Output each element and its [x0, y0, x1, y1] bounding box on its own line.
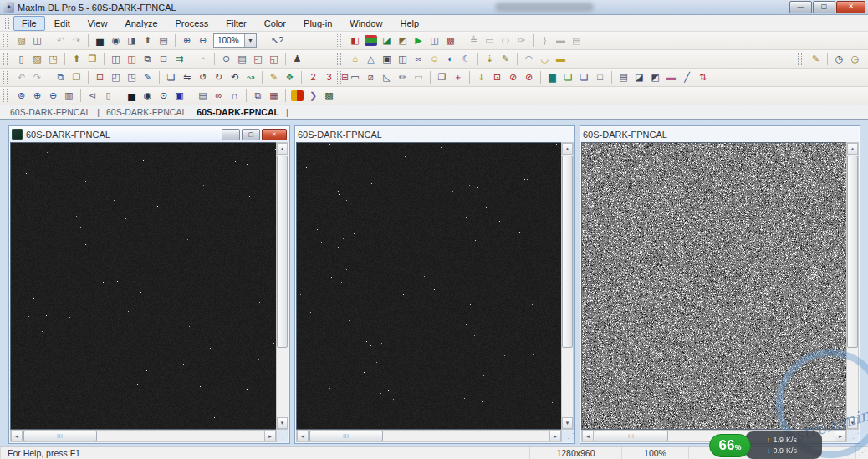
save-all-icon[interactable]: ⧉ [140, 52, 155, 66]
clipboard-info-icon[interactable]: ❐ [435, 70, 449, 84]
document-tab-1[interactable]: 60S-DARK-FPNCAL [5, 107, 95, 117]
rotate-180-icon[interactable]: ⟲ [227, 70, 242, 84]
edit-annotate-icon[interactable]: ✎ [140, 70, 155, 84]
remove-gradient-icon[interactable]: ◩ [648, 70, 662, 84]
copy-icon[interactable]: ⧉ [54, 70, 68, 84]
network-speed-widget[interactable]: ↑ 1.9 K/s ↓ 0.9 K/s [745, 431, 822, 459]
image-window-2-titlebar[interactable]: 60S-DARK-FPNCAL [295, 126, 574, 142]
context-help-icon[interactable]: ↖? [270, 33, 284, 48]
filter-wheel-icon[interactable]: ◫ [396, 52, 410, 66]
app-titlebar[interactable]: ✦ MaxIm DL Pro 5 - 60S-DARK-FPNCAL — ▢ ✕ [0, 0, 868, 15]
flatten-bg-icon[interactable]: ◪ [632, 70, 646, 84]
horizontal-scroll-thumb[interactable]: ||| [23, 431, 97, 441]
observatory-dome-icon[interactable]: ⌂ [348, 52, 362, 66]
menu-file[interactable]: File [13, 16, 45, 31]
double-size-icon[interactable]: 2 [306, 70, 320, 84]
open-recent-icon[interactable]: ◳ [46, 52, 60, 66]
histogram-icon[interactable]: ▅ [93, 33, 107, 48]
save-image-icon[interactable]: ◫ [30, 33, 44, 48]
blue-panel-icon[interactable]: ▣ [172, 89, 186, 103]
toolbar-grip[interactable] [798, 53, 802, 65]
full-screen-icon[interactable]: ▥ [62, 89, 76, 103]
rotate-ccw-icon[interactable]: ↺ [196, 70, 210, 84]
stretch-target-icon[interactable]: ◉ [140, 89, 155, 103]
paste-icon[interactable]: ❐ [69, 70, 84, 84]
vertical-scroll-thumb[interactable] [847, 156, 858, 348]
pencil-icon[interactable]: ✎ [267, 70, 281, 84]
toolbar-grip[interactable] [3, 53, 8, 65]
color-balls-icon[interactable]: ❖ [283, 70, 297, 84]
no-pixel-icon[interactable]: ⊘ [522, 70, 536, 84]
document-tab-3[interactable]: 60S-DARK-FPNCAL [191, 107, 284, 117]
scroll-left-icon[interactable]: ◄ [297, 431, 309, 441]
maximize-button[interactable]: ▢ [813, 1, 835, 13]
speed-percent-badge[interactable]: 66 % [709, 434, 751, 457]
angle-measure-icon[interactable]: ◺ [380, 70, 394, 84]
new-file-icon[interactable]: ▯ [14, 52, 28, 66]
flat-panel-icon[interactable]: ▬ [554, 52, 568, 66]
toolbar-grip[interactable] [337, 34, 341, 47]
smiley-icon[interactable]: ☺ [427, 52, 442, 66]
paste-into-icon[interactable]: ❐ [85, 52, 100, 66]
combine-color-icon[interactable]: ◧ [348, 33, 362, 48]
scroll-down-icon[interactable]: ▼ [277, 417, 288, 429]
menu-plug-in[interactable]: Plug-in [295, 16, 340, 31]
zoom-window-icon[interactable]: ⊙ [156, 89, 171, 103]
zoom-out-icon[interactable]: ⊖ [196, 33, 210, 48]
horizontal-scroll-thumb[interactable]: ||| [595, 431, 668, 441]
save-protect-icon[interactable]: ⊡ [156, 52, 171, 66]
image-window-2[interactable]: 60S-DARK-FPNCAL ▲ ▼ ◄ ||| ► ⋰ [294, 125, 575, 444]
no-kernel-icon[interactable]: ⊘ [506, 70, 520, 84]
zoom-in-icon[interactable]: ⊕ [180, 33, 194, 48]
child-minimize-button[interactable]: — [222, 129, 240, 140]
vertical-scroll-thumb[interactable] [562, 156, 573, 348]
ruler-icon[interactable]: ▭ [348, 70, 362, 84]
folder-up-icon[interactable]: ⬆ [69, 52, 84, 66]
blink-compare-icon[interactable]: ∞ [212, 89, 226, 103]
vertical-scrollbar[interactable]: ▲ ▼ [276, 142, 288, 430]
save-file-icon[interactable]: ◫ [109, 52, 123, 66]
planet-icon[interactable]: ◐ [443, 52, 457, 66]
chevron-down-icon[interactable]: ▼ [244, 34, 256, 47]
toolbar-grip[interactable] [3, 89, 8, 102]
screen-stretch-icon[interactable]: ◉ [109, 33, 123, 48]
clip-note-icon[interactable]: ▯ [101, 89, 115, 103]
select-pointer-icon[interactable]: ❯ [306, 89, 320, 103]
menu-help[interactable]: Help [391, 16, 427, 31]
exit-app-icon[interactable]: ♟ [290, 52, 304, 66]
save-modified-icon[interactable]: ◫ [125, 52, 139, 66]
batch-color-icon[interactable]: ◫ [427, 33, 442, 48]
print-icon[interactable]: ▤ [235, 52, 249, 66]
dock-panel-icon[interactable]: ⧉ [251, 89, 265, 103]
horizontal-scroll-thumb[interactable]: ||| [309, 431, 383, 441]
resize-grip[interactable]: ⋰ [562, 431, 574, 442]
vertical-scrollbar[interactable]: ▲ ▼ [561, 142, 574, 430]
crop-icon[interactable]: ⊡ [93, 70, 107, 84]
tile-windows-icon[interactable]: ◰ [109, 70, 123, 84]
scroll-up-icon[interactable]: ▲ [562, 143, 573, 155]
quick-pen-icon[interactable]: ✎ [809, 52, 823, 66]
cascade-windows-icon[interactable]: ◳ [125, 70, 139, 84]
print-preview-icon[interactable]: ⊙ [219, 52, 233, 66]
guider-icon[interactable]: ∞ [411, 52, 426, 66]
resize-grip[interactable]: ⋰ [277, 431, 288, 442]
image-window-1[interactable]: 60S-DARK-FPNCAL — ▢ ✕ ▲ ▼ ◄ [8, 125, 290, 444]
zoom-in-view-icon[interactable]: ⊕ [30, 89, 44, 103]
line-profile-icon[interactable]: ╱ [680, 70, 694, 84]
scroll-up-icon[interactable]: ▲ [847, 143, 858, 155]
batch-save-icon[interactable]: ⇉ [172, 52, 186, 66]
scroll-right-icon[interactable]: ► [264, 431, 276, 441]
night-vision-icon[interactable] [291, 90, 304, 101]
close-button[interactable]: ✕ [836, 1, 865, 13]
scroll-up-icon[interactable]: ▲ [277, 143, 288, 155]
star-select-icon[interactable]: ⊡ [490, 70, 504, 84]
menu-grip[interactable] [5, 18, 9, 29]
gradient-box-icon[interactable]: ▤ [616, 70, 631, 84]
rotate-cw-icon[interactable]: ↻ [212, 70, 226, 84]
image-window-3-titlebar[interactable]: 60S-DARK-FPNCAL [580, 126, 860, 142]
horizontal-scrollbar[interactable]: ◄ ||| ► [10, 430, 277, 442]
upload-doc-icon[interactable]: ⬆ [140, 33, 155, 48]
import-doc-icon[interactable]: ◱ [267, 52, 281, 66]
magnifier-icon[interactable]: ⊚ [14, 89, 28, 103]
toolbar-grip[interactable] [337, 71, 341, 84]
